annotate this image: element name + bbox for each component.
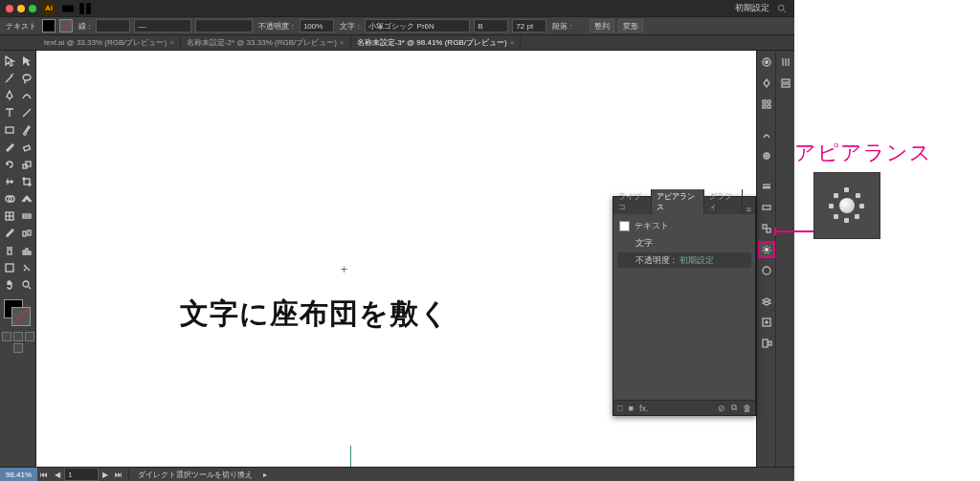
svg-point-14 [23,75,31,80]
width-tool[interactable] [1,173,18,190]
appearance-row-opacity[interactable]: 不透明度 : 初期設定 [617,252,751,268]
zoom-tool[interactable] [18,276,35,294]
delete-item-icon[interactable]: 🗑 [743,404,751,413]
appearance-panel-icon[interactable] [759,242,774,257]
artboard-nav-dropdown[interactable]: 1 [64,468,99,481]
font-family-dropdown[interactable]: 小塚ゴシック Pr6N [365,19,470,33]
brushes-panel-icon[interactable] [759,127,774,142]
properties-panel-icon[interactable] [778,76,793,91]
type-tool[interactable] [1,104,18,121]
mesh-tool[interactable] [1,208,18,225]
direct-selection-tool[interactable] [18,53,35,70]
perspective-grid-tool[interactable] [18,190,35,208]
transparency-panel-icon[interactable] [759,221,774,236]
tab-graphic-styles[interactable]: グラフィ [704,189,743,214]
pen-tool[interactable] [1,87,18,104]
eraser-tool[interactable] [18,139,35,156]
shape-builder-tool[interactable] [1,190,18,208]
shaper-tool[interactable] [1,139,18,156]
stroke-color-swatch[interactable] [59,19,73,33]
opacity-dropdown[interactable]: 100% [300,19,334,33]
appearance-panel[interactable]: ライブコ アピアランス グラフィ ≡ テキスト 文字 不透明度 : 初期設定 □… [612,196,756,416]
color-guide-panel-icon[interactable] [759,76,774,91]
tab-live-corners[interactable]: ライブコ [613,189,652,214]
panel-menu-icon[interactable]: ≡ [743,205,755,214]
draw-normal-icon[interactable] [2,332,11,341]
slice-tool[interactable] [18,259,35,276]
appearance-row-target[interactable]: テキスト [617,218,751,233]
line-tool[interactable] [18,104,35,121]
screen-mode-icon[interactable] [13,343,23,353]
close-window-button[interactable] [6,5,13,12]
fill-color-swatch[interactable] [42,19,56,33]
add-fill-icon[interactable]: ■ [628,404,633,413]
svg-rect-36 [6,264,13,272]
libraries-panel-icon[interactable] [778,55,793,70]
artboard-first-icon[interactable]: ⏮ [37,470,51,479]
artboards-panel-icon[interactable] [759,336,774,351]
bridge-icon[interactable] [61,2,75,15]
column-graph-tool[interactable] [18,242,35,259]
stroke-profile-dropdown[interactable]: — [134,19,191,33]
blend-tool[interactable] [18,225,35,242]
color-panel-icon[interactable] [759,55,774,70]
stroke-weight-dropdown[interactable] [96,19,130,33]
add-effect-button[interactable]: fx. [639,404,649,413]
zoom-window-button[interactable] [29,5,36,12]
rectangle-tool[interactable] [1,121,18,139]
eyedropper-tool[interactable] [1,225,18,242]
close-tab-icon[interactable]: × [169,38,174,47]
fill-stroke-swatches[interactable] [4,299,33,328]
draw-behind-icon[interactable] [13,332,23,341]
graphic-styles-panel-icon[interactable] [759,263,774,278]
duplicate-item-icon[interactable]: ⧉ [731,403,737,413]
brush-dropdown[interactable] [195,19,253,33]
font-size-dropdown[interactable]: 72 pt [512,19,546,33]
paintbrush-tool[interactable] [18,121,35,139]
document-tab[interactable]: 名称未設定-2* @ 33.33% (RGB/プレビュー)× [181,35,351,50]
paragraph-label: 段落 : [550,21,573,32]
magic-wand-tool[interactable] [1,70,18,87]
tab-appearance[interactable]: アピアランス [652,189,704,214]
font-weight-dropdown[interactable]: B [474,19,508,33]
stroke-swatch[interactable] [11,307,31,326]
artboard-next-icon[interactable]: ▶ [99,470,112,479]
minimize-window-button[interactable] [17,5,25,12]
appearance-row-characters[interactable]: 文字 [617,235,751,251]
rotate-tool[interactable] [1,156,18,173]
status-menu-icon[interactable]: ▸ [258,470,272,479]
close-tab-icon[interactable]: × [340,38,345,47]
lasso-tool[interactable] [18,70,35,87]
asset-export-panel-icon[interactable] [759,315,774,330]
gradient-tool[interactable] [18,208,35,225]
draw-inside-icon[interactable] [25,332,34,341]
artboard-tool[interactable] [1,259,18,276]
clear-appearance-icon[interactable]: ⊘ [718,404,725,413]
transform-panel-button[interactable]: 変形 [618,19,643,33]
symbol-sprayer-tool[interactable] [1,242,18,259]
hand-tool[interactable] [1,276,18,294]
artboard-last-icon[interactable]: ⏭ [112,470,125,479]
symbols-panel-icon[interactable] [759,148,774,164]
add-stroke-icon[interactable]: □ [617,404,622,413]
gradient-panel-icon[interactable] [759,200,774,215]
swatches-panel-icon[interactable] [759,97,774,112]
document-tab[interactable]: text.ai @ 33.33% (RGB/プレビュー)× [38,35,181,50]
scale-tool[interactable] [18,156,35,173]
right-dock-a [756,51,775,467]
layers-panel-icon[interactable] [759,294,774,309]
arrange-docs-icon[interactable] [78,2,92,15]
selection-tool[interactable] [1,53,18,70]
curvature-tool[interactable] [18,87,35,104]
free-transform-tool[interactable] [18,173,35,190]
search-icon[interactable] [775,2,789,15]
appearance-panel-footer: □ ■ fx. ⊘ ⧉ 🗑 [613,400,755,415]
align-panel-button[interactable]: 整列 [590,19,614,33]
zoom-level-field[interactable]: 98.41% [0,468,37,481]
close-tab-icon[interactable]: × [510,38,515,47]
artboard-prev-icon[interactable]: ◀ [51,470,64,479]
stroke-panel-icon[interactable] [759,179,774,194]
workspace-preset-dropdown[interactable]: 初期設定 [735,2,769,14]
document-tab-active[interactable]: 名称未設定-3* @ 98.41% (RGB/プレビュー)× [351,35,522,50]
artboard-text-object[interactable]: 文字に座布団を敷く [180,295,450,334]
